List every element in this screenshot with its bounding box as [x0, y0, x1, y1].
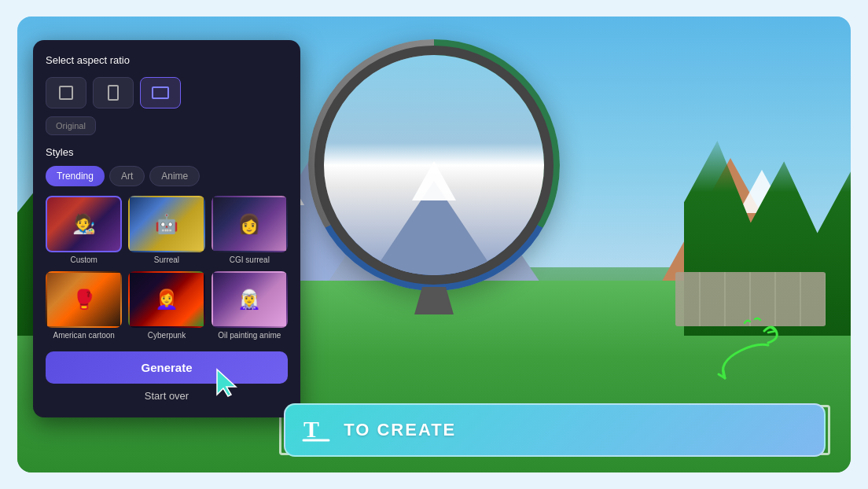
cursor-icon — [214, 368, 239, 398]
circle-logo — [308, 39, 560, 291]
square-icon — [59, 86, 73, 100]
thumb-figure-cyberpunk: 👩‍🦰 — [130, 273, 203, 326]
style-tabs: Trending Art Anime — [46, 166, 288, 186]
main-container: Select aspect ratio Original Styles Tren… — [17, 17, 851, 472]
aspect-ratio-row — [46, 77, 288, 108]
style-label-custom: Custom — [46, 256, 122, 265]
thumb-figure-american: 🥊 — [47, 273, 120, 326]
style-item-american[interactable]: 🥊 American cartoon — [46, 271, 122, 340]
aspect-btn-landscape[interactable] — [140, 77, 181, 108]
thumb-figure-surreal: 🤖 — [130, 197, 203, 251]
thumb-figure-cgi: 👩 — [213, 197, 286, 251]
doodle-arrow — [701, 315, 796, 394]
style-label-cyberpunk: Cyberpunk — [128, 331, 204, 340]
tab-anime[interactable]: Anime — [149, 166, 200, 186]
style-item-custom[interactable]: 🧑‍🎨 Custom — [46, 196, 122, 265]
circle-outer — [308, 39, 560, 291]
svg-marker-0 — [217, 370, 236, 396]
style-label-oil: Oil painting anime — [211, 331, 288, 340]
style-item-surreal[interactable]: 🤖 Surreal — [128, 196, 204, 265]
style-label-surreal: Surreal — [128, 256, 204, 265]
style-thumb-custom: 🧑‍🎨 — [46, 196, 122, 252]
style-thumb-oil: 🧝‍♀️ — [211, 271, 288, 328]
style-thumb-cgi: 👩 — [211, 196, 288, 252]
style-grid: 🧑‍🎨 Custom 🤖 Surreal 👩 CGI surreal 🥊 — [46, 196, 288, 340]
style-item-cgi[interactable]: 👩 CGI surreal — [211, 196, 288, 265]
circle-mountain-snow — [412, 161, 456, 200]
style-label-american: American cartoon — [46, 331, 122, 340]
style-label-cgi: CGI surreal — [211, 256, 288, 265]
bottom-bar-text: TO CREATE — [344, 420, 456, 440]
style-thumb-cyberpunk: 👩‍🦰 — [128, 271, 204, 328]
styles-title: Styles — [46, 146, 288, 158]
original-button[interactable]: Original — [46, 116, 96, 135]
aspect-btn-portrait[interactable] — [93, 77, 134, 108]
tab-trending[interactable]: Trending — [46, 166, 105, 186]
start-over-link[interactable]: Start over — [46, 390, 288, 402]
style-thumb-surreal: 🤖 — [128, 196, 204, 252]
tab-art[interactable]: Art — [109, 166, 145, 186]
landscape-icon — [152, 86, 169, 99]
thumb-figure-custom: 🧑‍🎨 — [47, 197, 120, 251]
aspect-btn-square[interactable] — [46, 77, 86, 108]
style-item-oil[interactable]: 🧝‍♀️ Oil painting anime — [211, 271, 288, 340]
style-thumb-american: 🥊 — [46, 271, 122, 328]
panel: Select aspect ratio Original Styles Tren… — [33, 40, 300, 417]
portrait-icon — [108, 85, 119, 101]
text-icon: T — [301, 414, 331, 447]
style-item-cyberpunk[interactable]: 👩‍🦰 Cyberpunk — [128, 271, 204, 340]
panel-title: Select aspect ratio — [46, 54, 288, 66]
svg-text:T: T — [303, 416, 319, 442]
generate-button[interactable]: Generate — [46, 351, 288, 384]
bottom-bar[interactable]: T TO CREATE — [284, 403, 826, 457]
thumb-figure-oil: 🧝‍♀️ — [213, 273, 286, 326]
circle-inner — [324, 55, 544, 275]
